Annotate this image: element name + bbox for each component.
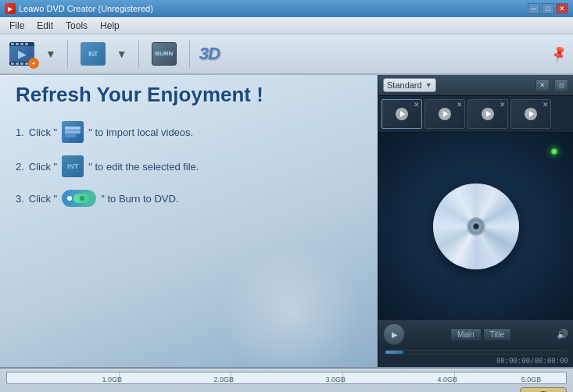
toolbar-separator-1 [67, 40, 68, 68]
add-video-button[interactable]: ▶ + [6, 41, 38, 67]
storage-bar-area: 1.0GB 2.0GB 3.0GB 4.0GB 5.0GB [0, 369, 573, 386]
instruction-3-suffix: " to Burn to DVD. [101, 193, 178, 205]
burn-start-button[interactable] [520, 387, 567, 392]
storage-bar: 1.0GB 2.0GB 3.0GB 4.0GB 5.0GB [6, 372, 567, 384]
edit-dropdown[interactable]: ▼ [115, 48, 129, 60]
hero-title: Refresh Your Enjoyment ! [16, 83, 362, 107]
thumb-4[interactable]: ✕ [510, 99, 551, 129]
menu-edit[interactable]: Edit [30, 19, 59, 33]
preview-select-arrow: ▼ [425, 81, 432, 89]
thumb-1-play [396, 108, 408, 120]
edit-icon: INT [81, 42, 106, 66]
dvd-hole [473, 223, 479, 230]
tab-main[interactable]: Main [450, 328, 482, 341]
preview-quality-select[interactable]: Standard ▼ [383, 78, 436, 92]
add-video-dropdown[interactable]: ▼ [44, 48, 58, 60]
thumb-3-close[interactable]: ✕ [500, 101, 506, 109]
menu-file[interactable]: File [3, 19, 30, 33]
title-bar-left: ▶ Leawo DVD Creator (Unregistered) [5, 3, 153, 14]
toolbar: ▶ + ▼ INT ▼ BURN 3D 📌 [0, 34, 573, 75]
title-bar-text: Leawo DVD Creator (Unregistered) [19, 4, 153, 13]
volume-icon[interactable]: 🔊 [557, 329, 568, 340]
minimize-button[interactable]: ─ [528, 3, 540, 14]
burn-icon: BURN [152, 42, 177, 66]
menu-bar: File Edit Tools Help [0, 17, 573, 34]
thumb-4-play [525, 108, 537, 120]
close-button[interactable]: ✕ [556, 3, 568, 14]
add-video-instr-icon [62, 121, 84, 143]
instruction-1-prefix: Click " [29, 127, 57, 138]
thumb-2-close[interactable]: ✕ [457, 101, 463, 109]
storage-label-1: 1.0GB [102, 376, 123, 383]
instruction-3: 3. Click " " to Burn to DVD. [16, 190, 362, 207]
storage-label-5: 5.0GB [521, 376, 542, 383]
bottom-bar: 1.0GB 2.0GB 3.0GB 4.0GB 5.0GB 0.000GB of… [0, 367, 573, 392]
burn-button[interactable]: BURN [149, 41, 180, 67]
left-panel: Refresh Your Enjoyment ! 1. Click " " to… [0, 75, 378, 367]
preview-controls: Standard ▼ ✕ ⊡ [378, 75, 573, 96]
right-panel: Standard ▼ ✕ ⊡ ✕ ✕ ✕ ✕ [378, 75, 573, 367]
preview-ctrl-x2[interactable]: ⊡ [554, 79, 568, 91]
toolbar-separator-2 [138, 40, 139, 68]
time-display: 00:00:00/00:00:00 [383, 357, 568, 366]
instruction-2-suffix: " to edit the selected file. [88, 161, 199, 173]
thumb-2-play [439, 108, 451, 120]
thumb-4-close[interactable]: ✕ [543, 101, 549, 109]
thumb-3-play [482, 108, 494, 120]
toolbar-separator-3 [189, 40, 190, 68]
instruction-1-suffix: " to import local videos. [88, 127, 193, 138]
title-bar: ▶ Leawo DVD Creator (Unregistered) ─ □ ✕ [0, 0, 573, 17]
dvd-disc [433, 184, 519, 269]
three-d-button[interactable]: 3D [199, 44, 220, 64]
pin-icon[interactable]: 📌 [549, 44, 570, 64]
maximize-button[interactable]: □ [542, 3, 554, 14]
thumb-1-close[interactable]: ✕ [414, 101, 420, 109]
main-area: Refresh Your Enjoyment ! 1. Click " " to… [0, 75, 573, 367]
progress-fill [385, 351, 403, 354]
playback-controls: ▶ Main Title 🔊 [378, 320, 573, 348]
preview-viewport [378, 133, 573, 320]
preview-select-label: Standard [387, 80, 422, 90]
instruction-1-number: 1. [16, 127, 24, 138]
instruction-2: 2. Click " INT " to edit the selected fi… [16, 155, 362, 177]
menu-tools[interactable]: Tools [59, 19, 94, 33]
preview-glow [551, 148, 557, 155]
preview-ctrl-x1[interactable]: ✕ [535, 79, 550, 91]
bottom-options: 0.000GB of 4.378GB used, 4.378GB left DV… [0, 386, 573, 392]
edit-instr-icon: INT [62, 155, 84, 177]
play-button[interactable]: ▶ [383, 323, 405, 345]
burn-instr-icon [62, 190, 96, 207]
edit-button[interactable]: INT [77, 41, 109, 67]
storage-label-3: 3.0GB [326, 376, 346, 383]
thumb-3[interactable]: ✕ [467, 99, 508, 129]
instruction-1: 1. Click " " to import local videos. [16, 121, 362, 143]
instruction-3-number: 3. [16, 193, 24, 205]
progress-bar[interactable] [385, 350, 567, 355]
storage-label-4: 4.0GB [438, 376, 458, 383]
instruction-2-prefix: Click " [29, 161, 57, 173]
dvd-center [467, 217, 485, 236]
title-bar-controls: ─ □ ✕ [528, 3, 568, 14]
storage-label-2: 2.0GB [214, 376, 235, 383]
thumb-2[interactable]: ✕ [424, 99, 465, 129]
instruction-3-prefix: Click " [29, 193, 57, 205]
app-icon: ▶ [5, 3, 16, 14]
instruction-2-number: 2. [16, 161, 24, 173]
thumbs-row: ✕ ✕ ✕ ✕ [378, 96, 573, 133]
menu-help[interactable]: Help [94, 19, 126, 33]
tab-title[interactable]: Title [483, 328, 512, 341]
tab-buttons: Main Title [408, 328, 553, 341]
add-badge: + [28, 58, 39, 69]
thumb-1[interactable]: ✕ [381, 99, 422, 129]
